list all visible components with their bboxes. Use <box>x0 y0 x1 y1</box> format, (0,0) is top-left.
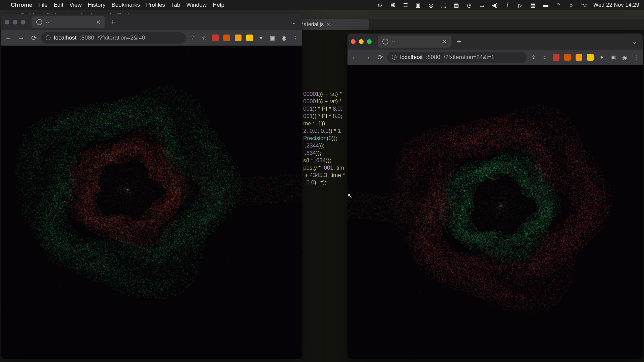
forward-button[interactable]: → <box>364 54 371 61</box>
window-minimize[interactable] <box>359 39 364 44</box>
menu-edit[interactable]: Edit <box>54 2 63 8</box>
extensions-button[interactable]: ✦ <box>258 35 264 42</box>
window-zoom[interactable] <box>21 20 25 24</box>
url-path: /?fxiteration=24&i=1 <box>444 54 494 61</box>
url-port: :8080 <box>426 54 440 61</box>
menu-file[interactable]: File <box>38 2 47 8</box>
extension-icon[interactable] <box>553 54 559 61</box>
chrome-window-left: -- ✕ + ⌄ ← → ⟳ ⓘ localhost:8080/?fxitera… <box>1 14 302 359</box>
extensions-button[interactable]: ✦ <box>598 54 605 61</box>
active-app-name[interactable]: Chrome <box>11 2 32 8</box>
browser-tab[interactable]: -- ✕ <box>378 36 451 48</box>
play-icon[interactable]: ▷ <box>517 2 524 8</box>
extension-icon[interactable] <box>564 54 571 61</box>
tab-title: -- <box>46 19 49 25</box>
menu-profiles[interactable]: Profiles <box>146 2 165 8</box>
status-icon[interactable]: ⊙ <box>377 2 383 8</box>
editor-tab[interactable]: Material.js ✕ <box>295 19 369 30</box>
macos-menubar: Chrome File Edit View History Bookmarks … <box>0 0 644 10</box>
extension-icon[interactable] <box>223 35 230 41</box>
close-tab-icon[interactable]: ✕ <box>96 19 101 26</box>
menu-tab[interactable]: Tab <box>171 2 180 8</box>
side-panel-button[interactable]: ▣ <box>610 54 616 61</box>
menu-bookmarks[interactable]: Bookmarks <box>111 2 140 8</box>
menu-help[interactable]: Help <box>213 2 224 8</box>
particle-visualization <box>347 65 643 359</box>
status-icon[interactable]: ◎ <box>428 2 434 8</box>
close-tab-icon[interactable]: ✕ <box>442 38 447 45</box>
favicon-icon <box>36 19 42 25</box>
status-icon[interactable]: ▣ <box>415 2 422 8</box>
url-port: :8080 <box>80 35 94 41</box>
chrome-menu-button[interactable]: ⋮ <box>633 54 639 61</box>
extension-icon[interactable] <box>246 35 253 41</box>
control-center-icon[interactable]: ⌥ <box>581 2 587 8</box>
back-button[interactable]: ← <box>351 54 358 61</box>
extension-icon[interactable] <box>235 35 241 41</box>
status-icon[interactable]: ⌘ <box>389 2 396 8</box>
menubar-clock[interactable]: Wed 22 Nov 14:29 <box>593 2 639 8</box>
site-info-icon[interactable]: ⓘ <box>392 54 397 61</box>
battery-icon[interactable]: ▬ <box>542 2 549 8</box>
window-zoom[interactable] <box>367 39 372 44</box>
forward-button[interactable]: → <box>17 34 25 42</box>
profile-button[interactable]: ◉ <box>621 54 628 61</box>
window-minimize[interactable] <box>13 20 17 24</box>
window-close[interactable] <box>351 39 356 44</box>
side-panel-button[interactable]: ▣ <box>269 35 276 42</box>
particle-visualization <box>1 46 302 359</box>
window-controls <box>5 20 25 24</box>
extension-icon[interactable] <box>576 54 582 61</box>
volume-icon[interactable]: ◀) <box>491 2 498 8</box>
tab-strip: -- ✕ + ⌄ <box>1 14 302 30</box>
browser-tab[interactable]: -- ✕ <box>32 16 105 28</box>
extension-icon[interactable] <box>212 35 219 41</box>
bluetooth-icon[interactable]: ᚼ <box>504 2 511 8</box>
favicon-icon <box>382 39 388 45</box>
status-icon[interactable]: ☰ <box>402 2 409 8</box>
bookmark-button[interactable]: ☆ <box>201 35 207 42</box>
page-viewport[interactable] <box>347 65 643 359</box>
close-icon[interactable]: ✕ <box>326 22 330 27</box>
profile-button[interactable]: ◉ <box>280 35 287 42</box>
clock-icon[interactable]: ◷ <box>466 2 473 8</box>
browser-toolbar: ← → ⟳ ⓘ localhost:8080/?fxiteration=2&i=… <box>1 30 302 46</box>
url-host: localhost <box>400 54 423 61</box>
share-button[interactable]: ⇪ <box>530 54 537 61</box>
status-icon[interactable]: ▤ <box>453 2 460 8</box>
back-button[interactable]: ← <box>5 34 12 42</box>
spotlight-icon[interactable]: ⌕ <box>568 2 575 8</box>
tab-search-button[interactable]: ⌄ <box>289 19 299 25</box>
url-path: /?fxiteration=2&i=0 <box>98 35 145 41</box>
bookmark-button[interactable]: ☆ <box>541 54 548 61</box>
window-close[interactable] <box>5 20 9 24</box>
tab-title: -- <box>392 39 395 45</box>
page-viewport[interactable] <box>1 46 302 359</box>
tab-search-button[interactable]: ⌄ <box>630 39 639 45</box>
menu-history[interactable]: History <box>88 2 105 8</box>
reload-button[interactable]: ⟳ <box>376 53 384 61</box>
extension-icon[interactable] <box>587 54 594 61</box>
site-info-icon[interactable]: ⓘ <box>46 35 51 41</box>
tab-strip: -- ✕ + ⌄ <box>347 34 643 50</box>
menu-window[interactable]: Window <box>186 2 207 8</box>
chrome-window-right: -- ✕ + ⌄ ← → ⟳ ⓘ localhost:8080/?fxitera… <box>347 34 643 359</box>
menu-view[interactable]: View <box>69 2 82 8</box>
new-tab-button[interactable]: + <box>108 18 118 26</box>
url-host: localhost <box>54 35 76 41</box>
chrome-menu-button[interactable]: ⋮ <box>292 35 299 42</box>
wifi-icon[interactable]: ⌔ <box>555 2 562 8</box>
editor-tab-label: Material.js <box>299 21 324 27</box>
share-button[interactable]: ⇪ <box>189 35 196 42</box>
window-controls <box>351 39 372 44</box>
reload-button[interactable]: ⟳ <box>30 34 38 42</box>
status-icon[interactable]: ⬚ <box>440 2 447 8</box>
address-bar[interactable]: ⓘ localhost:8080/?fxiteration=24&i=1 <box>387 52 527 63</box>
new-tab-button[interactable]: + <box>454 37 464 46</box>
calendar-icon[interactable]: ▤ <box>530 2 536 8</box>
address-bar[interactable]: ⓘ localhost:8080/?fxiteration=2&i=0 <box>41 32 186 44</box>
battery-status-icon[interactable]: ▭ <box>479 2 485 8</box>
browser-toolbar: ← → ⟳ ⓘ localhost:8080/?fxiteration=24&i… <box>347 50 643 65</box>
